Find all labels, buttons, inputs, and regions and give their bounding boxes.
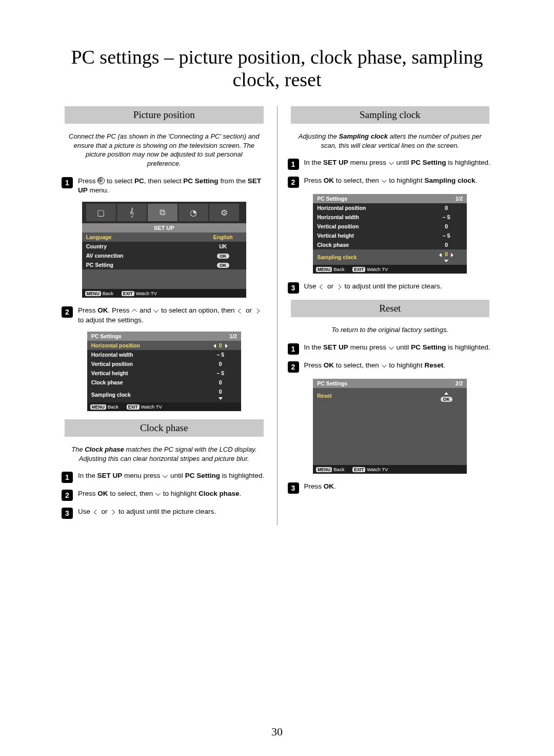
rs-step-2: 2 Press OK to select, then to highlight … — [288, 361, 493, 373]
step-badge: 2 — [62, 306, 73, 318]
chevron-down-icon — [155, 491, 161, 496]
right-column: Sampling clock Adjusting the Sampling cl… — [278, 106, 503, 525]
left-column: Picture position Connect the PC (as show… — [51, 106, 277, 525]
chevron-down-icon — [382, 362, 387, 367]
cp-step-3: 3 Use or to adjust until the picture cle… — [62, 507, 267, 519]
pc-settings-osd-1: PC Settings1/2 Horizontal position0 Hori… — [87, 332, 241, 411]
osd-tab-icon: ⚙ — [209, 204, 239, 221]
intro-sampling-clock: Adjusting the Sampling clock alters the … — [295, 132, 486, 150]
osd-title: SET UP — [82, 223, 246, 232]
sc-step-3: 3 Use or to adjust until the picture cle… — [288, 282, 493, 294]
intro-reset: To return to the original factory settin… — [295, 325, 486, 335]
rs-step-1: 1 In the SET UP menu press until PC Sett… — [288, 343, 493, 355]
chevron-down-icon — [389, 344, 394, 350]
step-badge: 1 — [62, 177, 73, 188]
osd-tab-icon: 𝄞 — [117, 204, 147, 221]
heading-clock-phase: Clock phase — [65, 419, 264, 437]
chevron-down-icon — [163, 473, 168, 478]
heading-sampling-clock: Sampling clock — [291, 106, 490, 124]
osd-tab-icon: ▢ — [86, 204, 116, 221]
osd-tab-icon: ◔ — [179, 204, 208, 221]
chevron-left-icon — [238, 308, 243, 314]
setup-menu-osd: ▢ 𝄞 ⧉ ◔ ⚙ SET UP LanguageEnglish Country… — [82, 202, 246, 298]
input-select-icon — [97, 177, 105, 184]
chevron-up-icon — [132, 309, 137, 314]
pc-settings-osd-3: PC Settings2/2 ResetOK MENUBack EXITWatc… — [313, 379, 467, 474]
sc-step-1: 1 In the SET UP menu press until PC Sett… — [288, 158, 493, 170]
chevron-right-icon — [254, 308, 260, 314]
intro-picture-position: Connect the PC (as shown in the 'Connect… — [69, 132, 260, 168]
cp-step-1: 1 In the SET UP menu press until PC Sett… — [62, 471, 267, 483]
pp-step-1: 1 Press to select PC, then select PC Set… — [62, 177, 267, 196]
chevron-right-icon — [110, 510, 115, 515]
heading-picture-position: Picture position — [65, 106, 264, 124]
chevron-down-icon — [153, 307, 159, 313]
intro-clock-phase: The Clock phase matches the PC signal wi… — [69, 445, 260, 463]
page-title: PC settings – picture position, clock ph… — [51, 46, 503, 91]
page-number: 30 — [0, 725, 554, 739]
pc-settings-osd-2: PC Settings1/2 Horizontal position0 Hori… — [313, 194, 467, 274]
pp-step-2: 2 Press OK. Press and to select an optio… — [62, 306, 267, 325]
osd-tab-icon: ⧉ — [148, 204, 177, 221]
rs-step-3: 3 Press OK. — [288, 482, 493, 494]
heading-reset: Reset — [291, 300, 490, 317]
chevron-right-icon — [336, 284, 341, 289]
sc-step-2: 2 Press OK to select, then to highlight … — [288, 176, 493, 188]
chevron-left-icon — [94, 510, 99, 515]
cp-step-2: 2 Press OK to select, then to highlight … — [62, 489, 267, 501]
chevron-down-icon — [382, 178, 387, 183]
chevron-left-icon — [320, 284, 325, 289]
chevron-down-icon — [389, 160, 394, 165]
